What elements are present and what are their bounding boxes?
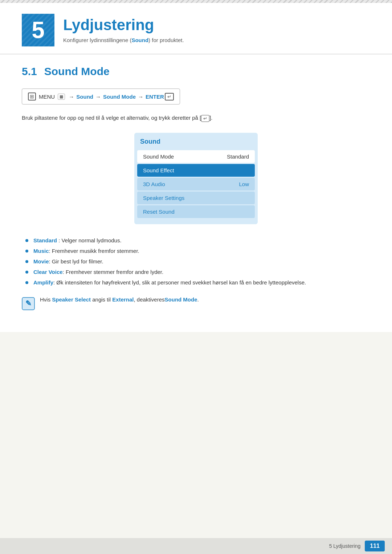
- menu-item-reset-sound[interactable]: Reset Sound: [137, 205, 255, 218]
- note-icon: ✎: [22, 297, 35, 310]
- menu-item-3d-audio-label: 3D Audio: [143, 181, 165, 187]
- menu-item-sound-mode-label: Sound Mode: [143, 153, 174, 160]
- bullet-item-movie: Movie: Gir best lyd for filmer.: [25, 258, 370, 264]
- enter-inline-icon: ↵: [201, 115, 209, 122]
- bullet-item-clear-voice: Clear Voice: Fremhever stemmer fremfor a…: [25, 269, 370, 275]
- path-sound-mode: Sound Mode: [103, 94, 136, 100]
- menu-label: MENU: [39, 94, 55, 100]
- footer-page-number: 111: [365, 541, 385, 551]
- ui-menu-title: Sound: [134, 138, 258, 149]
- bullet-item-amplify: Amplify: Øk intensiteten for høyfrekvent…: [25, 279, 370, 286]
- menu-path: MENU ▦ → Sound → Sound Mode → ENTER ↵: [22, 89, 180, 104]
- enter-icon: ↵: [165, 93, 174, 100]
- note-box: ✎ Hvis Speaker Select angis til External…: [22, 296, 370, 310]
- bullet-dot: [25, 260, 28, 263]
- instruction-text: Bruk piltastene for opp og ned til å vel…: [22, 115, 370, 122]
- note-text: Hvis Speaker Select angis til External, …: [40, 296, 199, 303]
- top-stripe-decoration: [0, 0, 392, 3]
- bullet-dot: [25, 281, 28, 284]
- grid-icon: ▦: [60, 94, 63, 99]
- arrow1: →: [69, 94, 74, 100]
- ui-menu-panel: Sound Sound Mode Standard Sound Effect 3…: [134, 133, 258, 224]
- chapter-header: 5 Lydjustering Konfigurer lydinnstilling…: [0, 3, 392, 54]
- footer: 5 Lydjustering 111: [0, 538, 392, 554]
- section-heading: 5.1 Sound Mode: [22, 65, 370, 78]
- menu-item-reset-sound-label: Reset Sound: [143, 209, 175, 215]
- menu-item-sound-effect-label: Sound Effect: [143, 167, 174, 173]
- arrow3: →: [138, 94, 143, 100]
- svg-text:✎: ✎: [25, 299, 32, 307]
- path-sound: Sound: [76, 94, 93, 100]
- bullet-item-standard: Standard : Velger normal lydmodus.: [25, 237, 370, 243]
- menu-item-speaker-settings[interactable]: Speaker Settings: [137, 192, 255, 204]
- menu-item-sound-mode-value: Standard: [227, 153, 249, 160]
- menu-item-sound-mode[interactable]: Sound Mode Standard: [137, 150, 255, 163]
- menu-item-3d-audio[interactable]: 3D Audio Low: [137, 178, 255, 190]
- menu-item-3d-audio-value: Low: [239, 181, 249, 187]
- menu-item-sound-effect[interactable]: Sound Effect: [137, 164, 255, 177]
- chapter-number: 5: [22, 14, 54, 46]
- ui-menu-container: Sound Sound Mode Standard Sound Effect 3…: [22, 133, 370, 224]
- section-title: Sound Mode: [44, 65, 110, 78]
- bullet-dot: [25, 250, 28, 253]
- chapter-title: Lydjustering: [63, 17, 184, 33]
- footer-chapter-text: 5 Lydjustering: [329, 543, 361, 549]
- bullet-list: Standard : Velger normal lydmodus. Music…: [22, 237, 370, 286]
- section-number: 5.1: [22, 65, 37, 78]
- bullet-item-music: Music: Fremhever musikk fremfor stemmer.: [25, 248, 370, 254]
- menu-item-speaker-settings-label: Speaker Settings: [143, 195, 184, 201]
- main-content: 5.1 Sound Mode MENU ▦ → Sound → Sound Mo…: [0, 54, 392, 332]
- chapter-title-block: Lydjustering Konfigurer lydinnstillingen…: [63, 14, 184, 43]
- path-enter: ENTER: [146, 94, 164, 100]
- chapter-subtitle: Konfigurer lydinnstillingene (Sound) for…: [63, 37, 184, 43]
- bullet-dot: [25, 271, 28, 274]
- bullet-dot: [25, 239, 28, 242]
- arrow2: →: [95, 94, 101, 100]
- menu-icon: [28, 93, 36, 100]
